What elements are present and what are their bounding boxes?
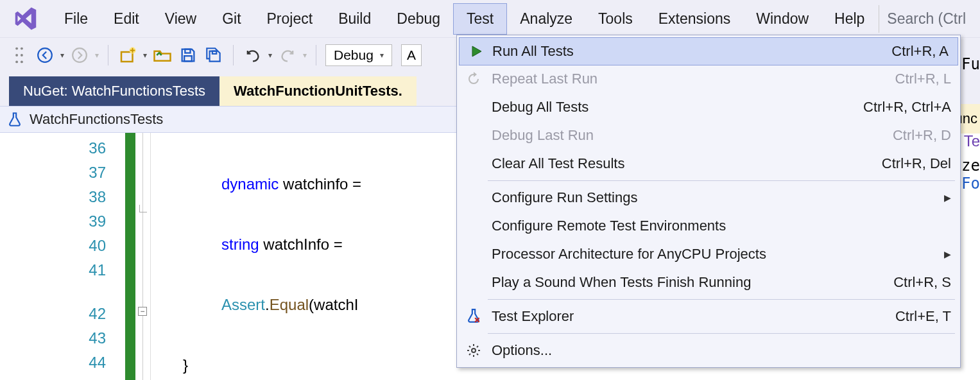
nav-back-button[interactable] [35,45,55,65]
repeat-icon [465,70,483,88]
menu-repeat-last-run: Repeat Last Run Ctrl+R, L [457,65,960,93]
toolbar-handle-icon[interactable] [9,45,30,65]
chevron-right-icon: ▶ [944,193,951,203]
search-input[interactable]: Search (Ctrl [879,5,974,33]
save-button[interactable] [178,45,198,65]
outline-column: − [135,133,151,380]
config-dropdown[interactable]: Debug ▾ [325,44,392,66]
gear-icon [465,341,483,359]
chevron-right-icon: ▶ [944,249,951,259]
nav-forward-button [69,45,90,65]
change-marker [125,133,135,380]
menu-run-all-tests[interactable]: Run All Tests Ctrl+R, A [459,37,958,65]
menu-test-explorer[interactable]: Test Explorer Ctrl+E, T [457,302,960,331]
menu-tools[interactable]: Tools [585,4,646,34]
open-folder-button[interactable] [152,45,173,65]
svg-point-0 [15,48,18,50]
menu-separator [488,333,955,334]
menu-analyze[interactable]: Analyze [507,4,585,34]
chevron-down-icon: ▾ [380,51,384,60]
svg-rect-10 [185,49,190,53]
menu-window[interactable]: Window [743,4,821,34]
tab-unittests[interactable]: WatchFunctionUnitTests. [219,76,417,106]
config-label: Debug [334,48,374,63]
menu-build[interactable]: Build [325,4,384,34]
menu-separator [488,180,955,181]
test-menu-dropdown: Run All Tests Ctrl+R, A Repeat Last Run … [456,35,961,368]
save-all-button[interactable] [203,45,224,65]
menu-git[interactable]: Git [209,4,254,34]
redo-button [277,45,298,65]
svg-point-14 [472,349,476,352]
menu-separator [488,299,955,300]
menu-play-sound[interactable]: Play a Sound When Tests Finish Running C… [457,268,960,297]
play-icon [467,42,485,60]
menu-debug-all-tests[interactable]: Debug All Tests Ctrl+R, Ctrl+A [457,93,960,121]
menu-options[interactable]: Options... [457,336,960,365]
svg-point-6 [38,48,52,62]
fold-toggle[interactable]: − [138,307,147,316]
menu-project[interactable]: Project [254,4,326,34]
menu-edit[interactable]: Edit [101,4,152,34]
menu-clear-results[interactable]: Clear All Test Results Ctrl+R, Del [457,150,960,178]
undo-button[interactable] [243,45,263,65]
svg-point-3 [21,54,23,56]
svg-rect-11 [184,56,192,61]
menubar: File Edit View Git Project Build Debug T… [0,0,980,37]
menu-extensions[interactable]: Extensions [646,4,744,34]
menu-test[interactable]: Test [453,3,507,35]
menu-processor-arch[interactable]: Processor Architecture for AnyCPU Projec… [457,240,960,268]
menu-debug[interactable]: Debug [384,4,453,34]
svg-point-2 [15,54,18,56]
test-explorer-icon [465,307,483,325]
cut-text: Fo [961,175,980,193]
menu-help[interactable]: Help [821,4,877,34]
new-item-button[interactable] [117,45,138,65]
vs-logo-icon [13,6,39,31]
svg-rect-8 [121,52,133,62]
flask-icon [6,111,23,128]
menu-debug-last-run: Debug Last Run Ctrl+R, D [457,121,960,150]
menu-configure-remote[interactable]: Configure Remote Test Environments [457,212,960,240]
line-gutter: 363738394041 42434445 [0,133,125,380]
svg-point-7 [73,48,87,62]
platform-dropdown[interactable]: A [401,44,422,66]
tab-nuget[interactable]: NuGet: WatchFunctionsTests [9,76,219,106]
cut-text: ze [961,157,980,175]
svg-point-5 [21,60,23,63]
menu-configure-run-settings[interactable]: Configure Run Settings ▶ [457,184,960,212]
breadcrumb-text: WatchFunctionsTests [30,111,163,128]
svg-point-1 [21,48,23,50]
svg-point-4 [15,60,18,63]
menu-view[interactable]: View [152,4,209,34]
menu-file[interactable]: File [51,4,101,34]
